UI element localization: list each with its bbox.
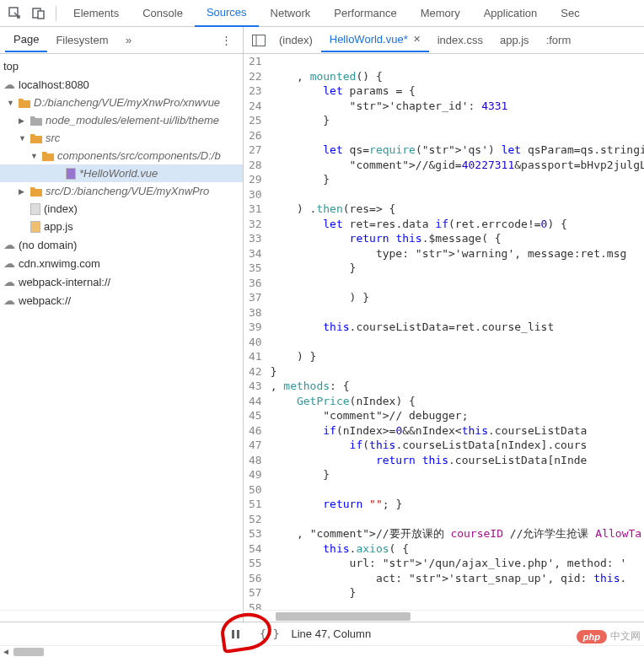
file-tab-helloworld[interactable]: HelloWorld.vue*✕: [321, 28, 429, 52]
inspect-icon[interactable]: [5, 3, 25, 24]
tree-label: app.js: [44, 220, 73, 233]
tree-item[interactable]: ▼D:/biancheng/VUE/myXnwPro/xnwvue: [0, 94, 243, 111]
tree-item[interactable]: ☁(no domain): [0, 235, 243, 254]
line-gutter: 2122232425262728293031323334353637383940…: [244, 54, 271, 610]
tree-item[interactable]: ▶src/D:/biancheng/VUE/myXnwPro: [0, 182, 243, 200]
tree-label: D:/biancheng/VUE/myXnwPro/xnwvue: [34, 96, 220, 109]
tree-label: (index): [44, 202, 78, 215]
cursor-position: Line 47, Column: [291, 627, 371, 640]
file-icon: [30, 221, 40, 233]
svg-rect-3: [253, 35, 266, 46]
status-bar: { } Line 47, Column: [0, 622, 644, 645]
folder-icon: [30, 116, 42, 126]
tree-item[interactable]: ▶node_modules/element-ui/lib/theme: [0, 111, 243, 129]
cloud-icon: ☁: [3, 78, 15, 91]
main-area: top☁localhost:8080▼D:/biancheng/VUE/myXn…: [0, 54, 644, 610]
file-icon: [66, 168, 76, 180]
cloud-icon: ☁: [3, 275, 15, 288]
more-tabs-icon[interactable]: »: [119, 30, 139, 51]
tab-console[interactable]: Console: [131, 0, 195, 26]
tree-item[interactable]: ☁webpack-internal://: [0, 272, 243, 291]
tab-security[interactable]: Sec: [549, 0, 591, 26]
tree-label: node_modules/element-ui/lib/theme: [46, 114, 219, 127]
tab-network[interactable]: Network: [259, 0, 323, 26]
navigator-menu-icon[interactable]: ⋮: [216, 30, 236, 51]
watermark-text: 中文网: [610, 629, 641, 644]
editor-tabs: (index) HelloWorld.vue*✕ index.css app.j…: [244, 27, 644, 53]
folder-icon: [42, 151, 54, 161]
tab-application[interactable]: Application: [472, 0, 550, 26]
tab-performance[interactable]: Performance: [322, 0, 408, 26]
tree-item[interactable]: *HelloWorld.vue: [0, 164, 243, 182]
tree-item[interactable]: top: [0, 57, 243, 75]
divider: [56, 6, 56, 21]
file-icon: [30, 203, 40, 215]
tree-label: top: [3, 60, 19, 73]
tree-label: *HelloWorld.vue: [79, 167, 158, 180]
tree-label: src: [46, 132, 60, 144]
tree-label: localhost:8080: [19, 78, 89, 91]
tree-item[interactable]: ▼components/src/components/D:/b: [0, 147, 243, 164]
file-tree[interactable]: top☁localhost:8080▼D:/biancheng/VUE/myXn…: [0, 54, 244, 610]
pretty-print-icon[interactable]: { }: [260, 627, 279, 640]
tree-item[interactable]: ☁cdn.xnwimg.com: [0, 254, 243, 272]
close-icon[interactable]: ✕: [413, 34, 421, 45]
bottom-h-scrollbar[interactable]: [13, 648, 44, 656]
tree-item[interactable]: (index): [0, 200, 243, 218]
svg-rect-5: [232, 630, 234, 638]
file-tab-appjs[interactable]: app.js: [491, 29, 538, 51]
svg-rect-6: [237, 630, 239, 638]
tab-sources[interactable]: Sources: [195, 0, 259, 27]
watermark: php 中文网: [577, 629, 641, 644]
tree-item[interactable]: ▼src: [0, 129, 243, 147]
navigator-tabs: Page Filesystem » ⋮: [0, 27, 244, 53]
scroll-left-icon[interactable]: ◄: [2, 647, 10, 656]
tab-memory[interactable]: Memory: [409, 0, 472, 26]
cloud-icon: ☁: [3, 238, 15, 251]
tree-label: src/D:/biancheng/VUE/myXnwPro: [46, 185, 209, 197]
tree-item[interactable]: app.js: [0, 218, 243, 235]
tree-item[interactable]: ☁webpack://: [0, 291, 243, 310]
svg-rect-2: [38, 11, 44, 19]
cloud-icon: ☁: [3, 256, 15, 270]
tree-label: (no domain): [19, 239, 77, 251]
cloud-icon: ☁: [3, 293, 15, 307]
file-tab-form[interactable]: :form: [538, 29, 580, 51]
code-content[interactable]: , mounted() { let params = { "str">'chap…: [271, 54, 644, 610]
folder-icon: [30, 186, 42, 197]
file-tab-index[interactable]: (index): [271, 29, 321, 51]
file-tab-indexcss[interactable]: index.css: [429, 29, 491, 51]
subtab-filesystem[interactable]: Filesystem: [47, 29, 116, 51]
editor-h-scrollbar[interactable]: [276, 612, 411, 621]
sources-subbar: Page Filesystem » ⋮ (index) HelloWorld.v…: [0, 27, 644, 54]
tree-label: cdn.xnwimg.com: [19, 257, 100, 270]
bottom-scroll: ◄: [0, 645, 644, 657]
tree-label: webpack-internal://: [19, 276, 110, 288]
watermark-badge: php: [577, 630, 607, 644]
tree-item[interactable]: ☁localhost:8080: [0, 75, 243, 94]
pause-icon[interactable]: [226, 624, 246, 644]
device-toggle-icon[interactable]: [29, 3, 49, 24]
tab-elements[interactable]: Elements: [62, 0, 131, 26]
toggle-navigator-icon[interactable]: [249, 30, 269, 51]
tree-label: webpack://: [19, 294, 71, 307]
subtab-page[interactable]: Page: [5, 28, 47, 52]
folder-icon: [19, 98, 30, 108]
tree-label: components/src/components/D:/b: [57, 149, 221, 162]
devtools-tabbar: Elements Console Sources Network Perform…: [0, 0, 644, 27]
folder-icon: [30, 133, 42, 143]
code-editor[interactable]: 2122232425262728293031323334353637383940…: [244, 54, 644, 610]
